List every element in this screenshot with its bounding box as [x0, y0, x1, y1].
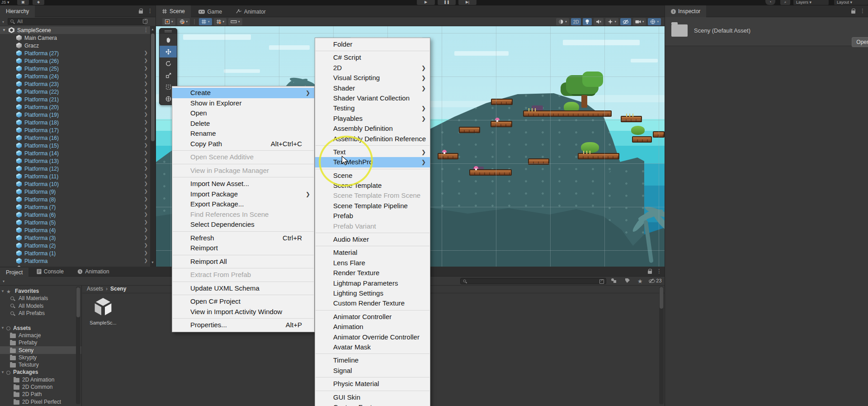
search-window-icon[interactable]	[599, 279, 604, 284]
pause-button[interactable]: ❚❚	[438, 0, 456, 5]
global-search-icon[interactable]: ⌕	[780, 0, 790, 5]
hidden-count-toggle[interactable]: 23	[648, 278, 662, 284]
hierarchy-item[interactable]: Platforma (4) ❯	[0, 226, 151, 234]
account-dropdown[interactable]: JS ▾	[1, 0, 9, 5]
prefab-chevron-icon[interactable]: ❯	[144, 73, 148, 78]
hierarchy-item[interactable]: Platforma (19) ❯	[0, 111, 151, 119]
hierarchy-item[interactable]: Platforma (15) ❯	[0, 142, 151, 149]
create-submenu-item[interactable]: Text ❯	[315, 147, 430, 157]
context-menu-item[interactable]: Import Package ❯	[172, 189, 314, 200]
expand-arrow-icon[interactable]: ▼	[2, 28, 6, 32]
context-menu-item[interactable]: View in Package Manager ❯	[172, 166, 314, 176]
hierarchy-item[interactable]: Platforma (27) ❯	[0, 49, 151, 57]
play-button[interactable]: ▶	[417, 0, 435, 5]
context-menu-item[interactable]: Properties... Alt+P ❯	[172, 320, 314, 330]
context-menu-item[interactable]: Show in Explorer ❯	[172, 98, 314, 109]
create-submenu-item[interactable]: Scene ❯	[315, 171, 430, 181]
create-submenu-item[interactable]: Lightmap Parameters ❯	[315, 278, 430, 288]
kebab-menu-icon[interactable]: ⋮	[656, 268, 662, 274]
hierarchy-item[interactable]: Platforma (7) ❯	[0, 203, 151, 211]
context-menu-item[interactable]: Update UXML Schema ❯	[172, 283, 314, 294]
hierarchy-item[interactable]: Platforma (18) ❯	[0, 119, 151, 126]
context-menu-item[interactable]: View in Import Activity Window ❯	[172, 307, 314, 317]
favorite-star-icon[interactable]: ★	[637, 278, 643, 285]
kebab-menu-icon[interactable]: ⋮	[860, 8, 865, 14]
hierarchy-item[interactable]: Platforma (20) ❯	[0, 103, 151, 111]
context-menu-item[interactable]: Import New Asset... ❯	[172, 179, 314, 189]
create-submenu-item[interactable]: Lens Flare ❯	[315, 258, 430, 268]
create-submenu-item[interactable]: Material ❯	[315, 248, 430, 258]
section-arrow-icon[interactable]: ▼	[1, 326, 5, 330]
prefab-chevron-icon[interactable]: ❯	[144, 127, 148, 132]
context-menu-item[interactable]: Extract From Prefab ❯	[172, 270, 314, 280]
lighting-toggle-button[interactable]	[583, 18, 592, 25]
project-tree-item[interactable]: ▼ 2D Common	[0, 383, 81, 391]
draw-mode-button[interactable]: ▾	[556, 18, 569, 25]
hierarchy-item[interactable]: Platforma (10) ❯	[0, 180, 151, 188]
tab-console[interactable]: Console	[31, 267, 70, 277]
context-menu-item[interactable]: Open ❯	[172, 108, 314, 119]
scrollbar-thumb[interactable]	[151, 33, 155, 141]
search-by-label-icon[interactable]	[625, 278, 630, 284]
prefab-chevron-icon[interactable]: ❯	[144, 96, 148, 101]
create-submenu-item[interactable]: Testing ❯	[315, 103, 430, 113]
create-submenu-item[interactable]: Signal ❯	[315, 366, 430, 376]
project-tree-item[interactable]: ▼ 2D Animation	[0, 376, 81, 383]
hierarchy-item[interactable]: Platforma (1) ❯	[0, 249, 151, 257]
grid-snapping-button[interactable]: ▾	[199, 18, 212, 25]
hierarchy-item[interactable]: Platforma (17) ❯	[0, 126, 151, 134]
tree-scrollbar[interactable]	[76, 287, 80, 404]
prefab-chevron-icon[interactable]: ❯	[144, 104, 148, 109]
prefab-chevron-icon[interactable]: ❯	[144, 166, 148, 171]
hierarchy-item[interactable]: Platforma (8) ❯	[0, 196, 151, 203]
prefab-chevron-icon[interactable]: ❯	[144, 189, 148, 194]
context-menu-item[interactable]: Rename ❯	[172, 129, 314, 139]
snap-increment-button[interactable]: ▾	[214, 18, 227, 25]
prefab-chevron-icon[interactable]: ❯	[144, 112, 148, 117]
search-window-icon[interactable]	[143, 19, 147, 24]
step-button[interactable]: ▶|	[458, 0, 476, 5]
2d-mode-button[interactable]: 2D	[571, 18, 581, 25]
project-tree-item[interactable]: ▼ Prefaby	[0, 339, 81, 346]
project-tree-item[interactable]: ▼ All Prefabs	[0, 310, 81, 317]
project-tree-item[interactable]: ▼ 2D Path	[0, 391, 81, 398]
content-scrollbar[interactable]	[659, 287, 664, 404]
prefab-chevron-icon[interactable]: ❯	[144, 227, 148, 232]
toolstrip-drag-handle[interactable]	[160, 29, 177, 34]
open-button[interactable]: Open	[852, 37, 868, 47]
context-menu-item[interactable]: Reimport ❯	[172, 243, 314, 253]
prefab-chevron-icon[interactable]: ❯	[144, 235, 148, 240]
hierarchy-item[interactable]: Platforma (3) ❯	[0, 234, 151, 242]
prefab-chevron-icon[interactable]: ❯	[144, 243, 148, 248]
prefab-chevron-icon[interactable]: ❯	[144, 196, 148, 201]
cloud-button[interactable]: ▣	[17, 0, 29, 5]
scene-visibility-button[interactable]	[620, 18, 631, 25]
hierarchy-item[interactable]: Platforma ❯	[0, 257, 151, 265]
prefab-chevron-icon[interactable]: ❯	[144, 158, 148, 163]
tab-inspector[interactable]: i Inspector	[665, 5, 706, 17]
hierarchy-item[interactable]: Main Camera ❯	[0, 34, 151, 42]
hierarchy-item[interactable]: Platforma (25) ❯	[0, 65, 151, 72]
prefab-chevron-icon[interactable]: ❯	[144, 119, 148, 124]
hierarchy-item[interactable]: Gracz ❯	[0, 42, 151, 49]
section-arrow-icon[interactable]: ▼	[1, 289, 5, 293]
tab-animator[interactable]: Animator	[230, 6, 272, 18]
context-menu-item[interactable]: Reimport All ❯	[172, 257, 314, 267]
layout-dropdown[interactable]: Layout ▾	[834, 0, 868, 5]
hierarchy-search-input[interactable]: All	[8, 18, 145, 25]
context-menu-item[interactable]: Copy Path Alt+Ctrl+C ❯	[172, 139, 314, 149]
hierarchy-item[interactable]: Platforma (5) ❯	[0, 219, 151, 226]
hierarchy-item[interactable]: Platforma (24) ❯	[0, 72, 151, 80]
create-submenu-item[interactable]: Animator Controller ❯	[315, 312, 430, 322]
create-submenu-item[interactable]: Visual Scripting ❯	[315, 73, 430, 83]
search-by-type-icon[interactable]	[611, 278, 616, 284]
tab-game[interactable]: Game	[193, 6, 228, 18]
tab-scene[interactable]: Scene	[156, 5, 191, 17]
scene-kebab-icon[interactable]: ⋮	[143, 27, 149, 33]
tab-project[interactable]: Project	[0, 267, 28, 277]
project-tree-item[interactable]: ▼ Sceny	[0, 346, 81, 353]
scene-camera-button[interactable]: ▾	[633, 18, 646, 25]
prefab-chevron-icon[interactable]: ❯	[144, 150, 148, 155]
create-submenu-item[interactable]: GUI Skin ❯	[315, 392, 430, 402]
hierarchy-item[interactable]: Platforma (14) ❯	[0, 149, 151, 157]
